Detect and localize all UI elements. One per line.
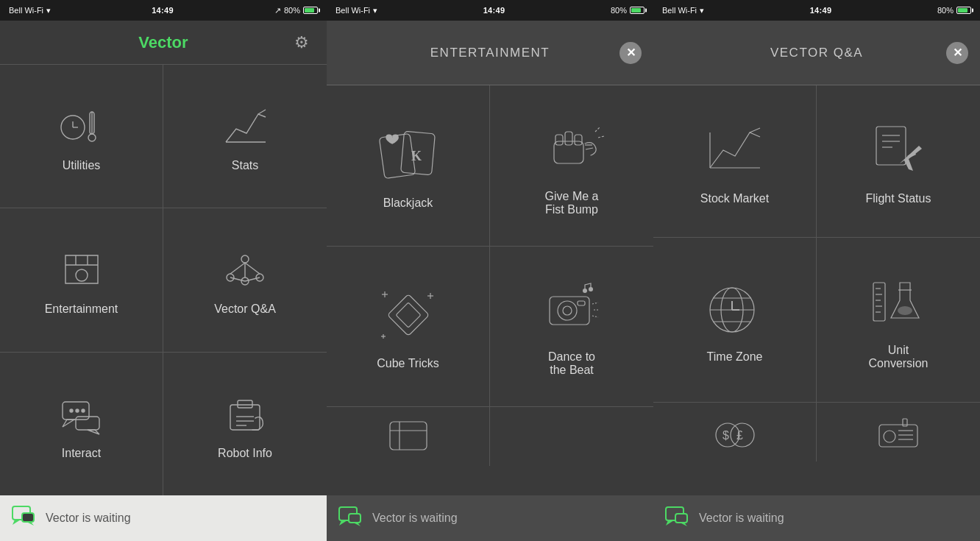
status-bar-2: Bell Wi-Fi ▾ 14:49 80%	[327, 0, 653, 21]
grid-item-entertainment[interactable]: Entertainment	[0, 208, 163, 352]
battery-bar-2	[630, 7, 645, 14]
vectorqna-item-unitconversion[interactable]: UnitConversion	[817, 238, 980, 403]
vectorqna-grid: Stock Market Flight Status	[653, 85, 980, 495]
vectorqna-item-currency[interactable]: $ £	[653, 403, 817, 462]
svg-point-25	[82, 409, 85, 412]
wifi-icon-3: ▾	[700, 6, 704, 15]
svg-point-55	[558, 301, 577, 320]
entertainment-item-blackjack[interactable]: K Blackjack	[327, 85, 490, 247]
svg-marker-67	[339, 520, 347, 526]
fistbump-label: Give Me aFist Bump	[545, 190, 599, 216]
flightstatus-icon	[865, 117, 931, 183]
grid-item-vectorqna[interactable]: Vector Q&A	[163, 208, 327, 352]
battery-bar-1	[303, 7, 318, 14]
status-right-2: 80%	[611, 6, 645, 15]
time-2: 14:49	[483, 6, 505, 15]
entertainment-item-cubetricks[interactable]: Cube Tricks	[327, 247, 490, 408]
svg-rect-33	[22, 513, 34, 522]
svg-line-44	[595, 127, 600, 132]
vectorqna-item-stockmarket[interactable]: Stock Market	[653, 85, 817, 238]
gear-icon[interactable]: ⚙	[294, 33, 313, 52]
utilities-label: Utilities	[63, 159, 101, 172]
svg-point-4	[88, 134, 96, 141]
vectorqna-icon	[219, 244, 271, 295]
timezone-icon	[702, 275, 768, 342]
carrier-1: Bell Wi-Fi	[9, 6, 43, 15]
svg-line-62	[592, 316, 598, 317]
vectorqna-item-radio[interactable]	[817, 403, 980, 462]
svg-rect-40	[565, 132, 572, 145]
robotinfo-icon	[219, 388, 271, 439]
status-left-3: Bell Wi-Fi ▾	[662, 6, 704, 15]
entertainment-close-button[interactable]: ✕	[619, 42, 642, 64]
svg-line-60	[592, 303, 598, 304]
status-left-2: Bell Wi-Fi ▾	[335, 6, 377, 15]
svg-rect-27	[238, 400, 252, 408]
svg-text:K: K	[411, 149, 422, 163]
status-bar-3: Bell Wi-Fi ▾ 14:49 80%	[653, 0, 980, 21]
chat-icon-1	[12, 506, 35, 531]
wifi-icon-2: ▾	[373, 6, 377, 15]
svg-rect-47	[396, 303, 421, 328]
blackjack-label: Blackjack	[383, 197, 433, 210]
svg-point-24	[76, 409, 79, 412]
timezone-label: Time Zone	[707, 350, 763, 364]
svg-rect-26	[230, 405, 260, 430]
fistbump-icon	[539, 115, 605, 181]
more-icon	[386, 414, 430, 459]
stockmarket-icon	[702, 117, 768, 183]
grid-item-robotinfo[interactable]: Robot Info	[163, 353, 327, 495]
svg-point-96	[884, 431, 895, 442]
svg-point-23	[70, 409, 73, 412]
battery-percent-1: 80%	[284, 6, 300, 15]
status-bar-1: Bell Wi-Fi ▾ 14:49 ↗ 80%	[0, 0, 327, 21]
app-title: Vector	[138, 33, 188, 52]
entertainment-label: Entertainment	[45, 303, 118, 316]
interact-label: Interact	[62, 447, 101, 460]
vectorqna-header: VECTOR Q&A ✕	[653, 21, 980, 85]
stats-icon	[219, 100, 271, 152]
vectorqna-item-timezone[interactable]: Time Zone	[653, 238, 817, 403]
entertainment-item-more[interactable]	[327, 407, 490, 466]
entertainment-item-dancebeat[interactable]: Dance tothe Beat	[490, 247, 653, 408]
svg-point-59	[589, 287, 593, 291]
grid-item-stats[interactable]: Stats	[163, 65, 327, 208]
entertainment-item-fistbump[interactable]: Give Me aFist Bump	[490, 85, 653, 247]
entertainment-title: ENTERTAINMENT	[430, 46, 550, 60]
stats-label: Stats	[232, 159, 258, 172]
flightstatus-label: Flight Status	[866, 192, 931, 205]
main-panel: Bell Wi-Fi ▾ 14:49 ↗ 80% Vector ⚙	[0, 0, 327, 541]
chat-icon-3	[665, 506, 689, 530]
svg-line-15	[245, 263, 260, 274]
svg-marker-32	[13, 520, 21, 525]
robotinfo-label: Robot Info	[218, 447, 272, 460]
svg-rect-103	[675, 514, 687, 523]
svg-point-56	[563, 306, 572, 315]
grid-item-interact[interactable]: Interact	[0, 353, 163, 495]
svg-rect-46	[387, 294, 429, 336]
wifi-icon-1: ▾	[46, 6, 51, 15]
stockmarket-label: Stock Market	[700, 192, 769, 205]
vectorqna-close-button[interactable]: ✕	[946, 42, 968, 64]
svg-rect-63	[390, 422, 427, 450]
entertainment-grid: K Blackjack	[327, 85, 653, 495]
svg-line-45	[598, 136, 604, 138]
svg-rect-72	[876, 127, 906, 165]
vectorqna-title: VECTOR Q&A	[770, 46, 863, 60]
svg-rect-68	[349, 514, 361, 523]
chat-icon-2	[338, 506, 362, 530]
entertainment-item-spacer	[490, 407, 653, 466]
svg-point-90	[898, 306, 912, 315]
vectorqna-item-flightstatus[interactable]: Flight Status	[817, 85, 980, 238]
status-right-3: 80%	[937, 6, 971, 15]
blackjack-icon: K	[375, 121, 441, 188]
carrier-3: Bell Wi-Fi	[662, 6, 697, 15]
bottom-status-2: Vector is waiting	[372, 512, 458, 525]
radio-icon	[876, 410, 920, 454]
status-right-1: ↗ 80%	[274, 6, 318, 15]
svg-line-43	[586, 148, 593, 149]
utilities-icon	[56, 100, 107, 152]
arrow-icon-1: ↗	[274, 6, 281, 15]
grid-item-utilities[interactable]: Utilities	[0, 65, 163, 208]
unitconversion-label: UnitConversion	[869, 344, 928, 370]
